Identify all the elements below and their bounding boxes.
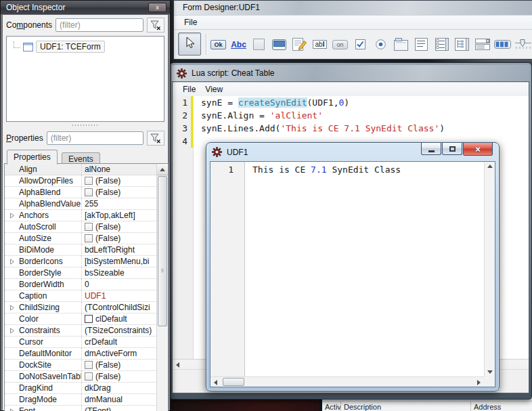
edit-tool[interactable]: abI	[311, 35, 328, 54]
tree-item-udf1[interactable]: UDF1: TCEForm	[7, 37, 164, 53]
close-icon[interactable]: x	[148, 3, 167, 12]
togglebox-tool[interactable]: on	[332, 35, 349, 54]
property-value[interactable]: [akTop,akLeft]	[82, 211, 156, 220]
property-row[interactable]: Font(TFont)	[5, 406, 156, 411]
property-value[interactable]: UDF1	[82, 291, 156, 301]
property-row[interactable]: DefaultMonitordmActiveForm	[5, 348, 156, 360]
property-value[interactable]: 255	[82, 199, 156, 209]
column-address[interactable]: Address	[471, 402, 532, 411]
property-row[interactable]: AutoSize(False)	[5, 233, 156, 244]
property-row[interactable]: AlphaBlend(False)	[5, 187, 156, 198]
scrollbar-thumb[interactable]	[158, 176, 167, 326]
property-value[interactable]: (False)	[82, 188, 156, 197]
property-row[interactable]: ColorclDefault	[5, 313, 156, 325]
checkbox-icon[interactable]	[85, 188, 93, 196]
property-row[interactable]: AlphaBlendValue255	[5, 198, 156, 210]
property-value[interactable]: [biSystemMenu,bi	[82, 257, 156, 266]
checkbox-icon[interactable]	[85, 177, 93, 185]
scrollbar-thumb[interactable]	[223, 378, 244, 386]
property-row[interactable]: Constraints(TSizeConstraints)	[5, 325, 156, 337]
minimize-button[interactable]	[421, 143, 441, 155]
scroll-left-icon[interactable]	[214, 380, 217, 385]
trackbar-tool[interactable]	[514, 35, 531, 54]
code-line[interactable]: 1This is CE 7.1 SynEdit Class	[210, 162, 484, 175]
property-value[interactable]: crDefault	[82, 337, 156, 347]
property-row[interactable]: DragKinddkDrag	[5, 383, 156, 394]
panel-tool[interactable]	[250, 35, 267, 54]
checkbox-icon[interactable]	[85, 361, 93, 369]
checkbox-icon[interactable]	[85, 234, 93, 242]
cursor-tool[interactable]	[178, 33, 201, 56]
checkbox-tool[interactable]	[352, 35, 369, 54]
checklistbox-tool[interactable]	[433, 35, 450, 54]
checkbox-icon[interactable]	[85, 372, 93, 381]
menu-file[interactable]: File	[178, 83, 200, 95]
object-inspector-titlebar[interactable]: Object Inspector x	[1, 1, 170, 14]
property-value[interactable]: bdLeftToRight	[82, 245, 156, 255]
splitter-handle[interactable]	[3, 122, 168, 128]
listbox-tool[interactable]	[413, 35, 430, 54]
property-row[interactable]: AutoScroll(False)	[5, 221, 156, 233]
image-tool[interactable]	[271, 35, 288, 54]
scroll-up-icon[interactable]	[487, 165, 493, 168]
property-value[interactable]: alNone	[82, 165, 156, 174]
property-row[interactable]: DoNotSaveInTable(False)	[5, 371, 156, 383]
memo-tool[interactable]	[291, 35, 308, 54]
label-tool[interactable]: Abc	[230, 35, 247, 54]
property-value[interactable]: bsSizeable	[82, 268, 156, 278]
property-row[interactable]: DragModedmManual	[5, 394, 156, 406]
menu-file[interactable]: File	[179, 16, 202, 28]
property-value[interactable]: (False)	[82, 360, 156, 370]
property-row[interactable]: BorderWidth0	[5, 279, 156, 290]
properties-filter-clear-button[interactable]	[147, 131, 164, 146]
code-line[interactable]: 1synE = createSynEdit(UDF1,0)	[173, 96, 529, 109]
property-row[interactable]: ChildSizing(TControlChildSizi	[5, 302, 156, 313]
progressbar-tool[interactable]	[494, 35, 511, 54]
property-row[interactable]: AlignalNone	[5, 164, 156, 175]
property-value[interactable]: (TFont)	[82, 406, 156, 411]
property-value[interactable]: 0	[82, 280, 156, 289]
scroll-right-icon[interactable]	[477, 380, 481, 385]
notebook-tool[interactable]	[393, 35, 409, 54]
expand-icon[interactable]	[5, 408, 19, 411]
property-row[interactable]: CursorcrDefault	[5, 337, 156, 348]
property-row[interactable]: CaptionUDF1	[5, 290, 156, 302]
property-value[interactable]: clDefault	[82, 314, 156, 324]
column-active[interactable]: Active	[322, 402, 341, 411]
form-designer-titlebar[interactable]: Form Designer:UDF1	[174, 1, 532, 15]
components-filter-clear-button[interactable]	[147, 18, 164, 33]
property-row[interactable]: BorderIcons[biSystemMenu,bi	[5, 256, 156, 267]
properties-filter-input[interactable]	[47, 131, 143, 145]
menu-view[interactable]: View	[200, 83, 227, 95]
expand-icon[interactable]	[5, 259, 19, 265]
property-value[interactable]: (False)	[82, 176, 156, 186]
synedit-editor[interactable]: 1This is CE 7.1 SynEdit Class	[210, 162, 484, 376]
property-row[interactable]: DockSite(False)	[5, 360, 156, 371]
expand-icon[interactable]	[5, 305, 19, 311]
treeview-tool[interactable]	[453, 35, 470, 54]
maximize-button[interactable]	[442, 143, 462, 155]
scroll-left-icon[interactable]	[176, 362, 179, 368]
radiobutton-tool[interactable]	[372, 35, 389, 54]
color-swatch[interactable]	[85, 315, 93, 323]
property-value[interactable]: (False)	[82, 372, 156, 381]
synedit-horizontal-scrollbar[interactable]	[210, 376, 484, 387]
components-filter-input[interactable]	[56, 18, 143, 32]
column-description[interactable]: Description	[341, 402, 471, 411]
property-value[interactable]: dmManual	[82, 395, 156, 404]
property-grid-scrollbar[interactable]	[156, 164, 168, 411]
lua-window-titlebar[interactable]: Lua script: Cheat Table	[172, 65, 529, 81]
property-value[interactable]: (TSizeConstraints)	[82, 326, 156, 335]
expand-icon[interactable]	[5, 328, 19, 334]
expand-icon[interactable]	[5, 213, 19, 219]
scroll-up-icon[interactable]	[157, 164, 168, 175]
synedit-vertical-scrollbar[interactable]	[484, 162, 495, 376]
combobox-tool[interactable]	[474, 35, 491, 54]
property-row[interactable]: AllowDropFiles(False)	[5, 175, 156, 187]
property-value[interactable]: (TControlChildSizi	[82, 303, 156, 312]
property-value[interactable]: dmActiveForm	[82, 349, 156, 358]
property-row[interactable]: BorderStylebsSizeable	[5, 267, 156, 279]
property-value[interactable]: dkDrag	[82, 383, 156, 393]
checkbox-icon[interactable]	[85, 223, 93, 231]
tab-properties[interactable]: Properties	[7, 150, 58, 165]
